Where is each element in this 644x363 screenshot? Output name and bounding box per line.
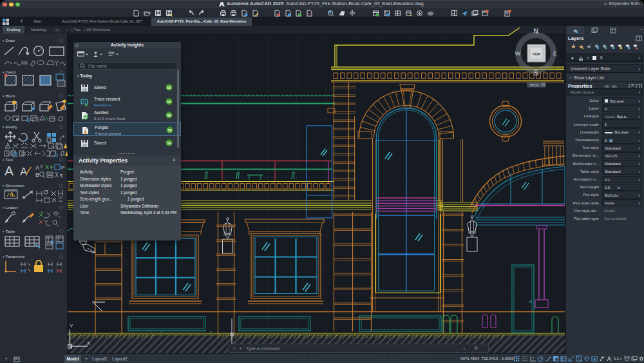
- svg-text:A: A: [5, 163, 14, 178]
- svg-text:E: E: [553, 50, 557, 57]
- svg-text:WCS: WCS: [530, 83, 538, 87]
- svg-text:W: W: [515, 50, 521, 57]
- svg-text:TOP: TOP: [533, 52, 540, 56]
- svg-text:X: X: [87, 340, 91, 346]
- svg-text:B: B: [35, 172, 39, 178]
- svg-text:¶: ¶: [60, 173, 62, 179]
- svg-text:N: N: [533, 28, 538, 35]
- svg-text:A: A: [35, 164, 39, 171]
- svg-text:P: P: [61, 165, 64, 171]
- svg-text:A: A: [20, 166, 28, 178]
- svg-text:S: S: [534, 70, 538, 77]
- svg-text:Y: Y: [70, 323, 73, 329]
